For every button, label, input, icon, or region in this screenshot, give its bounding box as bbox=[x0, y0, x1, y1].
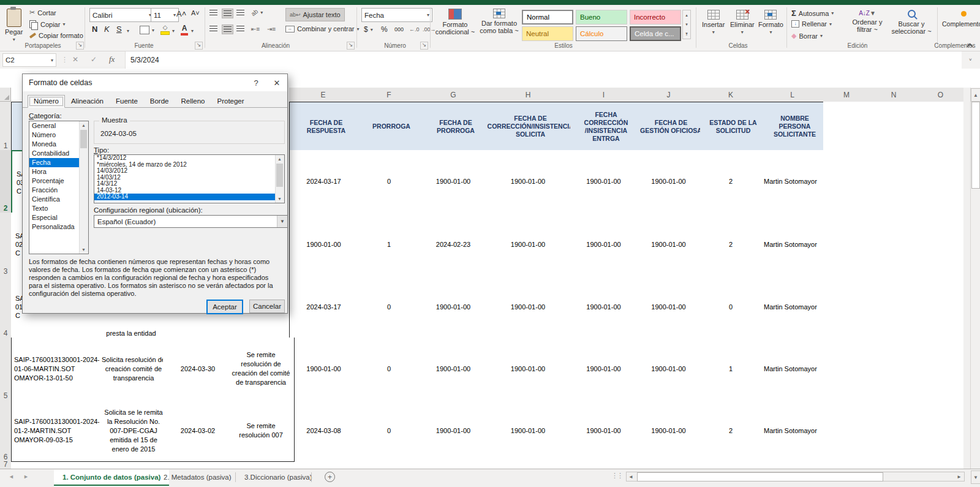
ok-button[interactable]: Aceptar bbox=[206, 300, 243, 314]
column-letter-H[interactable]: H bbox=[486, 88, 571, 102]
cell-K2[interactable]: 2 bbox=[700, 150, 762, 213]
cell-G4[interactable]: 1900-01-00 bbox=[421, 276, 486, 338]
column-letter-L[interactable]: L bbox=[761, 88, 824, 102]
cell-H2[interactable]: 1900-01-00 bbox=[486, 150, 571, 213]
cell-N2[interactable] bbox=[870, 150, 918, 213]
cell-G6[interactable]: 1900-01-00 bbox=[421, 400, 486, 462]
cell-O4[interactable] bbox=[918, 276, 964, 338]
scroll-right-button[interactable]: ► bbox=[955, 472, 963, 481]
gallery-scroll[interactable]: ▴ ▾ ▾̱ bbox=[682, 10, 691, 39]
cell-H4[interactable]: 1900-01-00 bbox=[486, 276, 571, 338]
name-box[interactable]: C2 ▾ bbox=[2, 53, 56, 67]
font-dialog-launcher[interactable]: ↘ bbox=[195, 42, 203, 50]
align-middle-button[interactable] bbox=[222, 9, 233, 18]
orientation-button[interactable]: ab▾ bbox=[251, 9, 263, 16]
dialog-tab-relleno[interactable]: Relleno bbox=[175, 95, 211, 108]
cell-E5[interactable]: 1900-01-00 bbox=[289, 338, 358, 401]
cell-I5[interactable]: 1900-01-00 bbox=[570, 338, 638, 401]
number-format-combo[interactable]: Fecha▾ bbox=[361, 8, 432, 22]
align-top-button[interactable] bbox=[209, 10, 217, 16]
name-box-dropdown-icon[interactable]: ▾ bbox=[51, 58, 53, 63]
cell-E3[interactable]: 1900-01-00 bbox=[289, 213, 358, 276]
header-cell-I1[interactable]: FECHA CORRECCIÓN /INSISTENCIA ENTRGA bbox=[570, 102, 643, 151]
header-cell-J1[interactable]: FECHA DE GESTIÓN OFICIOSA bbox=[637, 102, 706, 151]
merge-center-button[interactable]: ↔ Combinar y centrar ▾ bbox=[285, 25, 360, 32]
gallery-down-icon[interactable]: ▾ bbox=[685, 22, 688, 27]
cell-style-celda-de-c-[interactable]: Celda de c... bbox=[630, 26, 681, 41]
cell-style-neutral[interactable]: Neutral bbox=[522, 26, 573, 41]
column-letter-M[interactable]: M bbox=[823, 88, 870, 102]
category-list[interactable]: ▲ ▼ GeneralNúmeroMonedaContabilidadFecha… bbox=[29, 121, 89, 254]
cell-E6[interactable]: 2024-03-08 bbox=[289, 400, 358, 462]
scroll-left-button[interactable]: ◄ bbox=[627, 472, 635, 481]
cell-E4[interactable]: 2024-03-17 bbox=[289, 276, 358, 338]
conditional-formatting-button[interactable]: Formato condicional ~ bbox=[435, 9, 475, 36]
cell-J4[interactable]: 1900-01-00 bbox=[637, 276, 701, 338]
cell-N3[interactable] bbox=[870, 213, 918, 276]
tab-scroll-left-icon[interactable]: ◄ bbox=[9, 474, 14, 480]
cell-D6[interactable]: Se remite resolución 007 bbox=[228, 400, 295, 462]
header-cell-L1[interactable]: NOMBRE PERSONA SOLICITANTE bbox=[761, 102, 829, 151]
header-cell-F1[interactable]: PRORROGA bbox=[357, 102, 426, 151]
paste-button[interactable]: Pegar ▾ bbox=[5, 9, 23, 42]
splitter-dots-icon[interactable]: ⋮⋮ bbox=[611, 472, 622, 480]
column-letter-G[interactable]: G bbox=[421, 88, 486, 102]
delete-cells-button[interactable]: Eliminar ▾ bbox=[730, 10, 755, 35]
italic-button[interactable]: K bbox=[104, 25, 110, 34]
type-option[interactable]: *14/3/2012 bbox=[94, 155, 284, 162]
format-cells-button[interactable]: Formato ▾ bbox=[758, 10, 783, 35]
cell-H3[interactable]: 1900-01-00 bbox=[486, 213, 571, 276]
type-option[interactable]: 14/03/12 bbox=[94, 175, 284, 181]
type-list-scrollbar[interactable]: ▲ ▼ bbox=[275, 155, 284, 203]
cell-M6[interactable] bbox=[823, 400, 870, 462]
clipboard-dialog-launcher[interactable]: ↘ bbox=[76, 42, 84, 50]
cell-A5[interactable]: SAIP-1760013130001-2024-01-06-MARTIN.SOT… bbox=[11, 338, 105, 401]
cell-M2[interactable] bbox=[823, 150, 870, 213]
cell-I4[interactable]: 1900-01-00 bbox=[570, 276, 638, 338]
header-cell-H1[interactable]: FECHA DE CORRECCIÓN/INSISTENCIA SOLICITA bbox=[486, 102, 576, 151]
scroll-up-icon[interactable]: ▲ bbox=[80, 121, 88, 129]
autosum-button[interactable]: Σ Autosuma▾ bbox=[791, 9, 834, 18]
decrease-decimal-button[interactable]: .00→ bbox=[423, 26, 436, 32]
cell-L4[interactable]: Martin Sotomayor bbox=[761, 276, 829, 338]
cell-M5[interactable] bbox=[823, 338, 870, 401]
fill-color-dropdown[interactable]: ▾ bbox=[172, 28, 175, 34]
cell-style-normal[interactable]: Normal bbox=[522, 10, 573, 25]
cell-G3[interactable]: 2024-02-23 bbox=[421, 213, 486, 276]
column-letter-O[interactable]: O bbox=[918, 88, 964, 102]
cell-I3[interactable]: 1900-01-00 bbox=[570, 213, 638, 276]
cell-G2[interactable]: 1900-01-00 bbox=[421, 150, 486, 213]
copy-button[interactable]: Copiar ▾ bbox=[29, 20, 65, 28]
gallery-up-icon[interactable]: ▴ bbox=[685, 13, 688, 18]
dialog-tab-alineación[interactable]: Alineación bbox=[65, 95, 110, 108]
select-all-button[interactable] bbox=[0, 88, 11, 102]
scroll-up-button[interactable]: ▲ bbox=[971, 88, 980, 102]
cell-L2[interactable]: Martin Sotomayor bbox=[761, 150, 829, 213]
type-option[interactable]: 2012-03-14 bbox=[94, 194, 284, 200]
font-size-combo[interactable]: 11▾ bbox=[151, 8, 179, 22]
cell-G5[interactable]: 1900-01-00 bbox=[421, 338, 486, 401]
type-option[interactable]: 14/03/2012 bbox=[94, 168, 284, 175]
increase-decimal-button[interactable]: ←.0 bbox=[409, 26, 420, 32]
row-header-1[interactable]: 1 bbox=[0, 102, 12, 151]
dialog-close-button[interactable]: ✕ bbox=[266, 74, 287, 91]
sheet-tab-3[interactable]: 3.Diccionario (pasiva) bbox=[236, 470, 321, 485]
cell-D5[interactable]: Se remite resolución de creación del com… bbox=[228, 338, 295, 401]
cell-style-incorrecto[interactable]: Incorrecto bbox=[630, 10, 681, 25]
cell-J5[interactable]: 1900-01-00 bbox=[637, 338, 701, 401]
column-letter-F[interactable]: F bbox=[357, 88, 421, 102]
cell-F6[interactable]: 0 bbox=[357, 400, 421, 462]
sheet-tab-1[interactable]: 1. Conjunto de datos (pasiva) bbox=[54, 470, 169, 486]
cell-E2[interactable]: 2024-03-17 bbox=[289, 150, 358, 213]
grow-font-button[interactable]: A˄ bbox=[176, 9, 186, 18]
row-header-3[interactable]: 3 bbox=[0, 213, 12, 277]
cell-H5[interactable]: 1900-01-00 bbox=[486, 338, 571, 401]
align-center-button[interactable] bbox=[222, 25, 233, 34]
cell-H6[interactable]: 1900-01-00 bbox=[486, 400, 571, 462]
cell-F2[interactable]: 0 bbox=[357, 150, 421, 213]
fill-button[interactable]: ↓ Rellenar▾ bbox=[791, 20, 832, 28]
addins-button[interactable]: Complementos bbox=[942, 11, 980, 28]
cell-O3[interactable] bbox=[918, 213, 964, 276]
cell-C5[interactable]: 2024-03-30 bbox=[163, 338, 233, 401]
underline-button[interactable]: S bbox=[116, 25, 122, 34]
